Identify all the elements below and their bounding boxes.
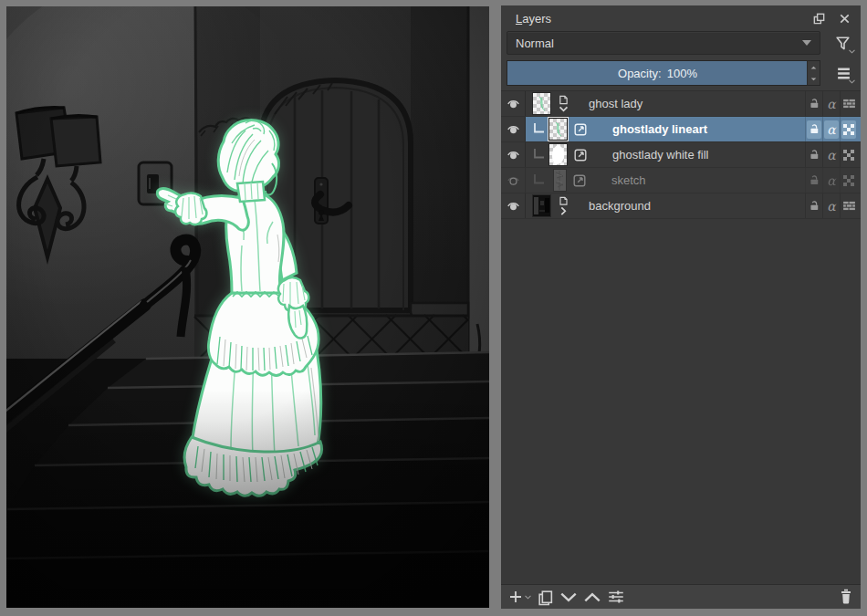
layer-controls: Normal Opacity:100% (501, 29, 861, 86)
hamburger-icon (836, 67, 851, 80)
layer-name: sketch (611, 173, 646, 187)
alpha-icon: α (827, 123, 835, 136)
eye-closed-icon (507, 173, 520, 187)
layer-row-ghostlady-lineart[interactable]: ghostlady lineart α (501, 117, 861, 142)
inherit-alpha-toggle[interactable] (840, 142, 857, 167)
caret-down-icon (525, 595, 531, 600)
blend-mode-value: Normal (516, 37, 554, 50)
alpha-lock-toggle[interactable]: α (822, 142, 840, 167)
inherit-alpha-icon[interactable] (574, 149, 587, 162)
caret-down-icon (849, 49, 855, 54)
canvas-viewport[interactable] (6, 6, 489, 608)
dock-splitter[interactable] (489, 0, 501, 616)
alpha-icon: α (827, 98, 835, 110)
filter-layers-button[interactable] (820, 31, 855, 55)
lock-open-icon (809, 98, 820, 110)
visibility-toggle[interactable] (501, 168, 526, 193)
krita-window: { "window": { "frame_color": "#7d7d7d" }… (0, 0, 867, 616)
layer-list: ghost lady α ghostlady lineart (501, 90, 861, 584)
branch-icon (531, 123, 546, 136)
visibility-toggle[interactable] (501, 142, 526, 167)
move-layer-up-button[interactable] (583, 587, 601, 607)
opacity-slider[interactable]: Opacity:100% (507, 60, 820, 86)
eye-icon (507, 199, 520, 213)
visibility-toggle[interactable] (501, 117, 526, 141)
properties-icon (607, 590, 625, 604)
visibility-toggle[interactable] (501, 193, 526, 218)
bricks-icon (843, 99, 855, 109)
move-layer-down-button[interactable] (559, 587, 578, 607)
layer-thumbnail[interactable] (533, 195, 550, 216)
checkerboard-icon (843, 150, 854, 161)
alpha-lock-toggle[interactable]: α (822, 193, 840, 218)
blend-mode-select[interactable]: Normal (507, 31, 820, 55)
lock-toggle[interactable] (805, 91, 822, 116)
layers-docker: Layers Normal Opacity:100% (501, 5, 861, 609)
inherit-alpha-toggle[interactable] (840, 168, 857, 193)
opacity-spin-down[interactable] (808, 73, 820, 85)
combo-arrow-icon (802, 40, 811, 46)
lock-open-icon (809, 149, 820, 161)
inherit-alpha-icon[interactable] (573, 174, 586, 187)
layer-row-background[interactable]: background α (501, 193, 861, 219)
layer-thumbnail[interactable] (549, 144, 567, 165)
eye-icon (507, 122, 520, 136)
inherit-alpha-icon[interactable] (574, 123, 587, 136)
close-docker-button[interactable] (835, 10, 853, 26)
alpha-icon: α (827, 200, 835, 213)
layer-thumbnail[interactable] (554, 170, 566, 191)
layer-thumbnail[interactable] (533, 93, 550, 114)
lock-toggle[interactable] (805, 117, 822, 141)
layer-name: background (589, 199, 651, 213)
opacity-label: Opacity:100% (507, 61, 808, 85)
chevron-down-icon (559, 592, 578, 602)
layer-row-sketch[interactable]: sketch α (501, 168, 861, 193)
layer-name: ghostlady white fill (612, 148, 709, 162)
lock-toggle[interactable] (805, 193, 822, 218)
eye-icon (507, 97, 520, 110)
opacity-spinbox (807, 61, 820, 85)
passthrough-toggle[interactable] (840, 91, 857, 116)
opacity-spin-up[interactable] (808, 61, 820, 73)
layer-name: ghost lady (589, 97, 642, 110)
visibility-toggle[interactable] (501, 91, 526, 116)
trash-icon (839, 589, 853, 605)
docker-titlebar: Layers (501, 5, 861, 29)
float-docker-button[interactable] (810, 10, 828, 26)
duplicate-icon (537, 589, 554, 606)
caret-down-icon (849, 79, 855, 84)
duplicate-layer-button[interactable] (537, 587, 554, 607)
branch-icon (531, 149, 546, 162)
lock-open-icon (809, 200, 820, 212)
lock-toggle[interactable] (805, 142, 822, 167)
lock-toggle[interactable] (805, 168, 822, 193)
group-layer-icon[interactable] (556, 94, 570, 114)
checkerboard-icon (843, 124, 854, 135)
passthrough-toggle[interactable] (840, 193, 857, 218)
layer-menu-button[interactable] (820, 61, 855, 85)
alpha-icon: α (827, 149, 835, 162)
inherit-alpha-toggle[interactable] (840, 117, 857, 141)
layer-thumbnail[interactable] (549, 119, 567, 140)
group-layer-icon[interactable] (556, 196, 570, 216)
chevron-up-icon (583, 592, 601, 602)
layer-name: ghostlady lineart (612, 122, 707, 136)
alpha-lock-toggle[interactable]: α (822, 117, 840, 141)
chevron-down-icon (559, 106, 569, 112)
layer-properties-button[interactable] (607, 587, 625, 607)
lock-open-icon (809, 123, 820, 135)
lock-open-icon (809, 174, 820, 186)
artwork-ghost-lady-scene (6, 6, 489, 608)
checkerboard-icon (843, 175, 854, 186)
plus-icon (508, 590, 523, 604)
alpha-lock-toggle[interactable]: α (822, 168, 840, 193)
alpha-lock-toggle[interactable]: α (822, 91, 840, 116)
layer-row-ghostlady-white-fill[interactable]: ghostlady white fill α (501, 142, 861, 168)
layer-toolbar (501, 584, 861, 609)
delete-layer-button[interactable] (839, 587, 853, 607)
add-layer-button[interactable] (508, 587, 531, 607)
docker-title: Layers (516, 12, 802, 26)
chevron-right-icon (560, 206, 567, 216)
branch-icon (531, 174, 546, 187)
layer-row-ghost-lady[interactable]: ghost lady α (501, 91, 861, 117)
